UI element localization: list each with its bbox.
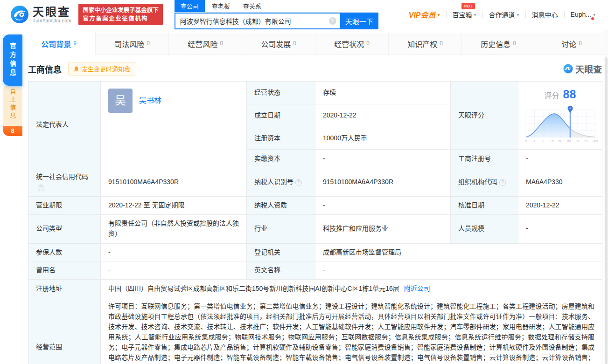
approval-date-label: 核准日期 — [451, 196, 518, 214]
bell-icon — [73, 66, 79, 72]
nav-toolbox-label: 百宝箱 — [453, 10, 472, 19]
business-info-table: 法定代表人 吴 吴书林 经营状态 存续 天眼评分 评分 88 — [28, 81, 602, 364]
search-tab-company[interactable]: 查公司 — [175, 0, 205, 12]
reg-capital-value: 10000万人民币 — [315, 127, 451, 150]
tab-judicial-risk[interactable]: 司法风险0 — [96, 33, 169, 55]
score-label-cell: 天眼评分 — [451, 82, 518, 150]
status-label: 经营状态 — [247, 82, 315, 104]
taxpayer-id-value: 91510100MA6A4P330R — [315, 168, 451, 196]
legal-rep-avatar[interactable]: 吴 — [108, 89, 133, 113]
hot-badge: HOT — [461, 3, 475, 9]
reg-number-label: 工商注册号 — [451, 150, 518, 168]
tab-operation-risk[interactable]: 经营风险0 — [169, 33, 242, 55]
header-nav: VIP会员 ▾ HOT 百宝箱 ▾ 合作通道 ▾ 消息中心 Euph... ▾ — [403, 0, 601, 29]
help-icon[interactable]: ? — [38, 185, 44, 191]
chevron-down-icon: ▾ — [438, 12, 440, 17]
company-type-value: 有限责任公司（非自然人投资或控股的法人独资） — [101, 214, 247, 243]
established-label: 成立日期 — [247, 104, 315, 127]
english-name-label: 英文名称 — [247, 261, 315, 280]
tab-intellectual-property[interactable]: 知识产权0 — [389, 33, 462, 55]
company-type-label: 公司类型 — [28, 214, 101, 243]
table-row: 经营范围 许可项目：互联网信息服务；第一类增值电信业务；第二类增值电信业务；建设… — [28, 298, 602, 364]
insured-label: 参保人数 — [28, 243, 101, 261]
staff-value: - — [518, 214, 602, 243]
former-name-label: 曾用名 — [28, 261, 101, 280]
search-area: 查公司 查老板 查关系 × 天眼一下 — [175, 0, 378, 29]
nav-toolbox[interactable]: HOT 百宝箱 ▾ — [447, 10, 482, 19]
org-code-label: 组织机构代码? — [451, 168, 518, 196]
chevron-down-icon: ▾ — [474, 12, 476, 17]
side-tab-official-info[interactable]: 官方信息 — [3, 34, 22, 86]
search-input[interactable] — [175, 13, 340, 29]
credit-code-value: 91510100MA6A4P330R — [101, 168, 247, 196]
tab-discussion[interactable]: 讨论8 — [535, 33, 608, 55]
svg-text:0: 0 — [524, 139, 526, 143]
page-tabs: 公司背景9 司法风险0 经营风险0 公司发展0 经营状况0 知识产权0 历史信息… — [22, 33, 608, 55]
tab-company-background[interactable]: 公司背景9 — [22, 33, 96, 55]
svg-text:50: 50 — [558, 139, 562, 143]
side-tab-self-info[interactable]: 自主信息 8 — [3, 84, 22, 136]
address-cell: 中国（四川）自由贸易试验区成都高新区和乐二街150号新川创新科技园AI创新中心C… — [101, 279, 602, 298]
legal-rep-name-link[interactable]: 吴书林 — [139, 95, 161, 107]
scrollbar-thumb[interactable] — [605, 57, 608, 364]
org-code-value: MA6A4P330 — [518, 168, 602, 196]
tab-count: 0 — [440, 40, 443, 47]
help-icon[interactable]: ? — [499, 179, 506, 186]
svg-text:97: 97 — [575, 139, 579, 143]
header: 天眼查 TianYanCha.com 国家中小企业发展子基金旗下 官方备案企业征… — [0, 0, 608, 29]
nav-vip[interactable]: VIP会员 ▾ — [403, 9, 446, 20]
table-row: 曾用名 - 英文名称 - — [28, 261, 602, 280]
score-value: 88 — [563, 85, 576, 103]
registry-value: 成都高新区市场监督管理局 — [315, 243, 602, 261]
taxpayer-quality-value: - — [315, 196, 451, 214]
industry-label: 行业 — [247, 214, 315, 243]
nav-vip-label: VIP会员 — [409, 9, 436, 20]
watermark-logo: 天眼查 — [563, 62, 602, 75]
section-title: 工商信息 — [28, 63, 62, 75]
registry-label: 登记机关 — [247, 243, 315, 261]
tianyancha-logo[interactable]: 天眼查 TianYanCha.com — [10, 5, 71, 24]
tab-company-development[interactable]: 公司发展0 — [242, 33, 315, 55]
former-name-value: - — [101, 261, 247, 280]
watermark-text: 天眼查 — [575, 62, 602, 75]
certification-line2: 官方备案企业征信机构 — [83, 14, 159, 23]
address-value: 中国（四川）自由贸易试验区成都高新区和乐二街150号新川创新科技园AI创新中心C… — [108, 285, 399, 292]
english-name-value: - — [315, 261, 602, 280]
address-label: 注册地址 — [28, 279, 101, 298]
tab-count: 9 — [73, 40, 77, 47]
reg-capital-label: 注册资本 — [247, 127, 315, 150]
scrollbar[interactable] — [604, 29, 608, 364]
nav-user-label: Euph... — [571, 11, 591, 18]
tab-count: 0 — [147, 40, 150, 47]
score-distribution-chart: 0 1 3 15 50 85 97 99 100 — [522, 103, 599, 144]
search-tab-relation[interactable]: 查关系 — [237, 0, 267, 12]
nav-user[interactable]: Euph... ▾ — [565, 11, 601, 18]
notification-dot — [591, 17, 594, 20]
established-value: 2020-12-22 — [315, 104, 451, 127]
nav-messages-label: 消息中心 — [532, 10, 558, 19]
tab-operation-status[interactable]: 经营状况0 — [315, 33, 389, 55]
nav-messages[interactable]: 消息中心 — [526, 10, 564, 19]
scope-label: 经营范围 — [28, 298, 101, 364]
tab-count: 0 — [293, 40, 296, 47]
industry-value: 科技推广和应用服务业 — [315, 214, 451, 243]
score-chart-cell: 评分 88 — [518, 82, 602, 150]
main: 公司背景9 司法风险0 经营风险0 公司发展0 经营状况0 知识产权0 历史信息… — [22, 33, 608, 364]
table-row: 法定代表人 吴 吴书林 经营状态 存续 天眼评分 评分 88 — [28, 82, 602, 104]
tab-history-info[interactable]: 历史信息0 — [462, 33, 535, 55]
clear-search-icon[interactable]: × — [329, 17, 336, 25]
notify-change-button[interactable]: 发生变更时通知我 — [68, 62, 135, 76]
tianyancha-logo-icon — [563, 64, 573, 74]
score-caption: 评分 — [545, 90, 559, 102]
nav-partner-label: 合作通道 — [489, 10, 515, 19]
nav-partner[interactable]: 合作通道 ▾ — [483, 10, 525, 19]
search-button[interactable]: 天眼一下 — [340, 13, 378, 29]
nearby-companies-link[interactable]: 附近公司 — [404, 285, 430, 292]
help-icon[interactable]: ? — [295, 179, 302, 186]
staff-label: 人员规模 — [451, 214, 518, 243]
table-row: 统一社会信用代码? 91510100MA6A4P330R 纳税人识别号? 915… — [28, 168, 602, 196]
certification-badge: 国家中小企业发展子基金旗下 官方备案企业征信机构 — [78, 4, 163, 25]
search-tab-boss[interactable]: 查老板 — [206, 0, 236, 12]
tab-count: 0 — [366, 40, 370, 47]
side-tab-self-label: 自主信息 — [8, 89, 17, 120]
